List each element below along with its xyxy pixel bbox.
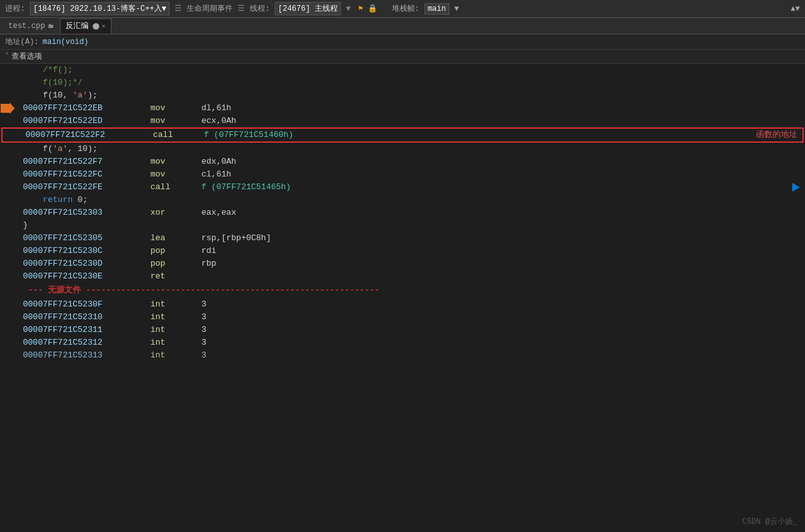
asm-operand-16: rbp <box>201 257 216 270</box>
line-content-11: return 0; <box>5 194 800 206</box>
thread-value[interactable]: [24676] 主线程 <box>275 2 341 15</box>
tab-test-cpp-pin[interactable]: 🖿 <box>48 22 54 30</box>
asm-operand-5: ecx,0Ah <box>201 115 236 127</box>
asm-line-21: 00007FF721C52311 int 3 <box>0 324 805 336</box>
asm-content-22: 00007FF721C52312 int 3 <box>5 336 800 349</box>
asm-operand-6: f (07FF721C51460h) <box>204 129 293 141</box>
asm-addr-16: 00007FF721C5230D <box>23 257 150 270</box>
thread-label: 线程: <box>250 3 270 14</box>
asm-operand-8: edx,0Ah <box>201 155 236 168</box>
stack-expand[interactable]: ▼ <box>454 4 459 13</box>
asm-content-14: 00007FF721C52305 lea rsp,[rbp+0C8h] <box>5 232 800 245</box>
code-line-3: f(10, 'a'); <box>0 89 805 102</box>
asm-addr-19: 00007FF721C5230F <box>23 298 150 311</box>
asm-instr-19: int <box>150 298 201 311</box>
asm-instr-20: int <box>150 311 201 324</box>
asm-line-10: 00007FF721C522FE call f (07FF721C51465h) <box>0 181 805 194</box>
asm-instr-6: call <box>153 129 204 141</box>
tab-bar: test.cpp 🖿 反汇编 ⬤ ✕ <box>0 18 805 34</box>
asm-operand-9: cl,61h <box>201 168 231 181</box>
asm-content-5: 00007FF721C522ED mov ecx,0Ah <box>5 115 800 127</box>
asm-addr-9: 00007FF721C522FC <box>23 168 150 181</box>
asm-line-23: 00007FF721C52313 int 3 <box>0 349 805 362</box>
asm-operand-19: 3 <box>201 298 207 311</box>
code-plain-13: } <box>23 219 28 232</box>
toolbar-icons: 🔒 <box>368 4 386 13</box>
asm-addr-5: 00007FF721C522ED <box>23 115 150 127</box>
asm-addr-15: 00007FF721C5230C <box>23 245 150 257</box>
code-line-7: f('a', 10); <box>0 143 805 155</box>
asm-content-6: 00007FF721C522F2 call f (07FF721C51460h) <box>8 129 741 141</box>
asm-instr-12: xor <box>150 206 201 219</box>
tab-disasm-modified: ⬤ <box>92 22 99 30</box>
asm-instr-14: lea <box>150 232 201 245</box>
asm-addr-21: 00007FF721C52311 <box>23 324 150 336</box>
code-line-11: return 0; <box>0 194 805 206</box>
asm-instr-23: int <box>150 349 201 362</box>
asm-content-20: 00007FF721C52310 int 3 <box>5 311 800 324</box>
address-label: 地址(A): <box>5 36 39 47</box>
asm-instr-22: int <box>150 336 201 349</box>
process-value[interactable]: [18476] 2022.10.13-博客-C++入▼ <box>30 2 170 15</box>
code-plain-11: return 0; <box>23 194 87 206</box>
asm-content-19: 00007FF721C5230F int 3 <box>5 298 800 311</box>
asm-operand-21: 3 <box>201 324 207 336</box>
asm-addr-14: 00007FF721C52305 <box>23 232 150 245</box>
asm-line-4: 00007FF721C522EB mov dl,61h <box>0 102 805 115</box>
watermark: CSDN @云小扬_ <box>743 516 797 527</box>
asm-line-9: 00007FF721C522FC mov cl,61h <box>0 168 805 181</box>
tab-disasm-close[interactable]: ✕ <box>102 22 106 30</box>
expand-icon[interactable]: ˅ <box>5 52 9 61</box>
line-content-1: /*f(); <box>5 64 800 76</box>
asm-instr-17: ret <box>150 270 201 283</box>
asm-addr-10: 00007FF721C522FE <box>23 181 150 194</box>
line-content-7: f('a', 10); <box>5 143 800 155</box>
asm-addr-17: 00007FF721C5230E <box>23 270 150 283</box>
view-options-label: 查看选项 <box>11 51 42 62</box>
asm-line-20: 00007FF721C52310 int 3 <box>0 311 805 324</box>
view-options-bar[interactable]: ˅ 查看选项 <box>0 50 805 64</box>
code-comment-1: /*f(); <box>23 64 73 76</box>
code-comment-2: f(10);*/ <box>23 76 83 89</box>
asm-line-8: 00007FF721C522F7 mov edx,0Ah <box>0 155 805 168</box>
asm-instr-16: pop <box>150 257 201 270</box>
asm-instr-10: call <box>150 181 201 194</box>
asm-instr-8: mov <box>150 155 201 168</box>
asm-instr-21: int <box>150 324 201 336</box>
asm-line-17: 00007FF721C5230E ret <box>0 270 805 283</box>
address-input[interactable] <box>43 38 135 47</box>
code-plain-3: f(10, 'a'); <box>23 89 98 102</box>
tab-disasm-label: 反汇编 <box>66 20 89 31</box>
asm-line-15: 00007FF721C5230C pop rdi <box>0 245 805 257</box>
code-line-1: /*f(); <box>0 64 805 76</box>
asm-addr-22: 00007FF721C52312 <box>23 336 150 349</box>
tab-disasm[interactable]: 反汇编 ⬤ ✕ <box>60 18 112 34</box>
asm-line-6-redbox: 00007FF721C522F2 call f (07FF721C51460h)… <box>1 127 804 143</box>
asm-operand-20: 3 <box>201 311 207 324</box>
line-content-2: f(10);*/ <box>5 76 800 89</box>
asm-content-15: 00007FF721C5230C pop rdi <box>5 245 800 257</box>
asm-addr-23: 00007FF721C52313 <box>23 349 150 362</box>
asm-instr-15: pop <box>150 245 201 257</box>
asm-instr-5: mov <box>150 115 201 127</box>
asm-line-5: 00007FF721C522ED mov ecx,0Ah <box>0 115 805 127</box>
svg-marker-0 <box>1 103 15 114</box>
process-label: 进程: <box>5 3 25 14</box>
asm-content-16: 00007FF721C5230D pop rbp <box>5 257 800 270</box>
play-btn-icon[interactable] <box>792 183 800 192</box>
asm-instr-9: mov <box>150 168 201 181</box>
toolbar-sep2: ☰ <box>238 4 245 13</box>
tab-test-cpp-label: test.cpp <box>8 22 45 31</box>
asm-addr-8: 00007FF721C522F7 <box>23 155 150 168</box>
code-area: /*f(); f(10);*/ f(10, 'a'); 00007FF721C5… <box>0 64 805 532</box>
asm-content-10: 00007FF721C522FE call f (07FF721C51465h) <box>5 181 787 194</box>
asm-operand-14: rsp,[rbp+0C8h] <box>201 232 271 245</box>
separator-line: --- 无源文件 -------------------------------… <box>0 283 805 298</box>
tab-test-cpp[interactable]: test.cpp 🖿 <box>3 18 60 34</box>
asm-content-23: 00007FF721C52313 int 3 <box>5 349 800 362</box>
separator-text: --- 无源文件 -------------------------------… <box>23 284 379 297</box>
stack-value[interactable]: main <box>424 3 449 15</box>
line-content-3: f(10, 'a'); <box>5 89 800 102</box>
code-line-13: } <box>0 219 805 232</box>
asm-addr-4: 00007FF721C522EB <box>23 102 150 115</box>
